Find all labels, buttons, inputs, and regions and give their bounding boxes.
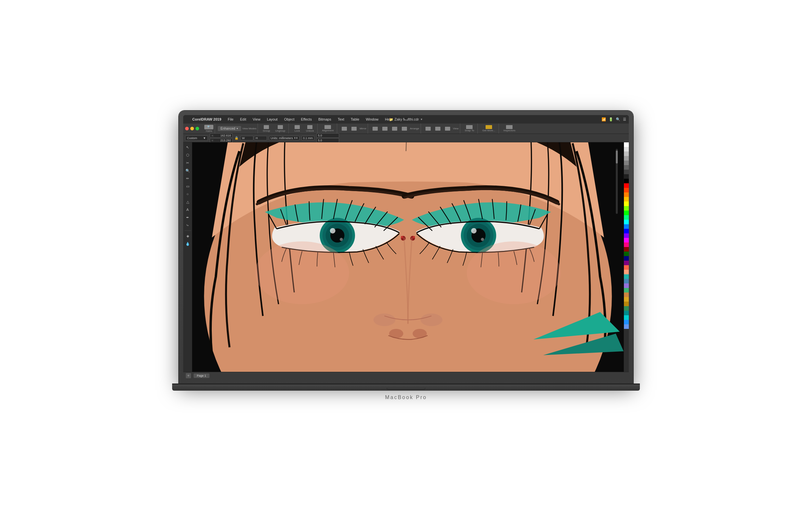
palette-color-swatch[interactable] <box>624 147 629 152</box>
palette-color-swatch[interactable] <box>624 297 629 302</box>
menu-bitmaps[interactable]: Bitmaps <box>317 117 333 122</box>
arrange-btn1[interactable] <box>371 126 380 131</box>
ellipse-tool[interactable]: ○ <box>184 190 191 198</box>
palette-color-swatch[interactable] <box>624 142 629 147</box>
palette-color-swatch[interactable] <box>624 165 629 170</box>
view-btn1[interactable] <box>423 126 432 131</box>
scrollbar-thumb[interactable] <box>616 151 618 163</box>
palette-color-swatch[interactable] <box>624 261 629 265</box>
menu-effects[interactable]: Effects <box>300 117 313 122</box>
palette-color-swatch[interactable] <box>624 224 629 229</box>
palette-color-swatch[interactable] <box>624 315 629 320</box>
palette-color-swatch[interactable] <box>624 238 629 242</box>
menu-text[interactable]: Text <box>336 117 345 122</box>
palette-color-swatch[interactable] <box>624 202 629 206</box>
palette-color-swatch[interactable] <box>624 311 629 315</box>
view-btn2[interactable] <box>433 126 442 131</box>
pen-tool[interactable]: ✒ <box>184 214 191 221</box>
shape-tool[interactable]: ⬡ <box>184 152 191 159</box>
width-input[interactable]: W <box>240 136 253 140</box>
add-page-button[interactable]: + <box>186 373 191 378</box>
palette-color-swatch[interactable] <box>624 247 629 252</box>
menu-icon[interactable]: ☰ <box>623 117 626 122</box>
mirror-h-button[interactable] <box>340 126 349 131</box>
height-input[interactable]: H <box>254 136 267 140</box>
rectangle-tool[interactable]: ▭ <box>184 183 191 190</box>
menu-table[interactable]: Table <box>349 117 361 122</box>
arrange-btn2[interactable] <box>380 126 389 131</box>
palette-color-swatch[interactable] <box>624 288 629 292</box>
connector-tool[interactable]: ⤷ <box>184 222 191 229</box>
select-tool[interactable]: ↖ <box>184 144 191 151</box>
menu-window[interactable]: Window <box>364 117 380 122</box>
palette-color-swatch[interactable] <box>624 292 629 297</box>
search-icon[interactable]: 🔍 <box>616 117 620 122</box>
fill-tool[interactable]: ◈ <box>184 232 191 239</box>
extra-val2[interactable]: 5.0 <box>316 138 339 143</box>
palette-color-swatch[interactable] <box>624 197 629 202</box>
minimize-button[interactable] <box>190 127 194 130</box>
alignment-button[interactable]: Alignment <box>320 125 336 133</box>
close-button[interactable] <box>185 127 189 130</box>
menu-file[interactable]: File <box>226 117 235 122</box>
palette-color-swatch[interactable] <box>624 265 629 270</box>
view-btn3[interactable] <box>443 126 452 131</box>
palette-color-swatch[interactable] <box>624 188 629 192</box>
palette-color-swatch[interactable] <box>624 270 629 274</box>
menu-edit[interactable]: Edit <box>239 117 248 122</box>
view-mode-btn[interactable]: Enhanced ▼ <box>218 126 241 131</box>
palette-color-swatch[interactable] <box>624 233 629 238</box>
get-more-button[interactable]: Get More... <box>480 125 497 133</box>
palette-color-swatch[interactable] <box>624 170 629 174</box>
lock-button[interactable]: Lock <box>291 125 303 133</box>
nudge-input[interactable]: 0.1 mm <box>301 136 314 140</box>
inspectors-button[interactable]: Inspectors <box>502 125 517 133</box>
crop-tool[interactable]: ✂ <box>184 159 191 166</box>
snap-to-button[interactable]: Snap To <box>463 125 476 133</box>
palette-color-swatch[interactable] <box>624 179 629 183</box>
freehand-tool[interactable]: ✏ <box>184 175 191 182</box>
text-tool[interactable]: A <box>184 206 191 213</box>
menu-object[interactable]: Object <box>283 117 296 122</box>
x-coordinate[interactable]: X: 162.616 <box>210 133 232 138</box>
palette-color-swatch[interactable] <box>624 324 629 329</box>
lock-aspect-icon[interactable]: 🔒 <box>234 136 239 140</box>
mirror-v-button[interactable] <box>349 126 359 131</box>
menu-layout[interactable]: Layout <box>266 117 279 122</box>
file-title-arrow[interactable]: ▼ <box>420 118 423 121</box>
page-1-tab[interactable]: Page 1 <box>194 373 209 378</box>
palette-color-swatch[interactable] <box>624 252 629 256</box>
palette-color-swatch[interactable] <box>624 206 629 211</box>
palette-color-swatch[interactable] <box>624 256 629 261</box>
palette-color-swatch[interactable] <box>624 174 629 179</box>
palette-color-swatch[interactable] <box>624 183 629 188</box>
palette-color-swatch[interactable] <box>624 306 629 311</box>
menu-app-name[interactable]: CorelDRAW 2019 <box>191 117 223 122</box>
zoom-tool[interactable]: 🔍 <box>184 167 191 174</box>
arrange-btn4[interactable] <box>400 126 409 131</box>
palette-color-swatch[interactable] <box>624 160 629 165</box>
units-selector[interactable]: Units: millimeters ⬆⬇ <box>269 136 300 140</box>
palette-color-swatch[interactable] <box>624 283 629 288</box>
ungroup-button[interactable]: Ungroup <box>273 125 287 133</box>
palette-color-swatch[interactable] <box>624 211 629 215</box>
palette-color-swatch[interactable] <box>624 302 629 306</box>
polygon-tool[interactable]: △ <box>184 198 191 205</box>
unlock-button[interactable]: Unlock <box>304 125 316 133</box>
palette-color-swatch[interactable] <box>624 215 629 220</box>
group-button[interactable]: Group <box>260 125 272 133</box>
eyedropper-tool[interactable]: 💧 <box>184 240 191 247</box>
menu-view[interactable]: View <box>251 117 262 122</box>
y-coordinate[interactable]: Y: 213.292 <box>210 138 232 143</box>
maximize-button[interactable] <box>196 127 199 130</box>
palette-color-swatch[interactable] <box>624 156 629 160</box>
palette-color-swatch[interactable] <box>624 320 629 324</box>
palette-color-swatch[interactable] <box>624 279 629 283</box>
arrange-btn3[interactable] <box>390 126 399 131</box>
palette-color-swatch[interactable] <box>624 152 629 156</box>
vertical-scrollbar[interactable] <box>616 149 618 214</box>
extra-val1[interactable]: 5.0 <box>316 133 339 138</box>
palette-color-swatch[interactable] <box>624 192 629 197</box>
palette-color-swatch[interactable] <box>624 242 629 247</box>
preset-dropdown[interactable]: Custom ▼ <box>185 135 208 141</box>
